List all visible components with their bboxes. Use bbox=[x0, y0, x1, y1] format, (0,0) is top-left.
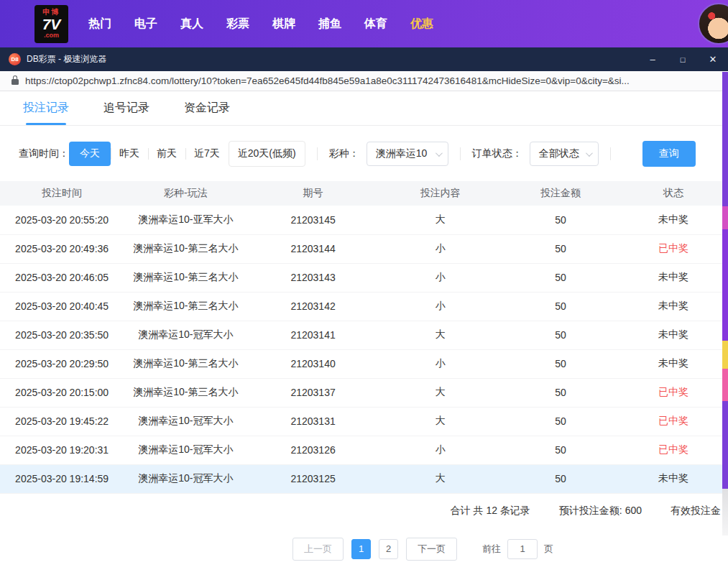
table-row[interactable]: 2025-03-20 20:49:36澳洲幸运10-第三名大小21203144小… bbox=[0, 234, 728, 263]
chevron-down-icon bbox=[586, 150, 593, 157]
tab-bet-records[interactable]: 投注记录 bbox=[23, 91, 69, 125]
table-cell: 澳洲幸运10-第三名大小 bbox=[124, 378, 247, 407]
divider bbox=[317, 147, 318, 160]
table-cell: 2025-03-20 20:35:50 bbox=[0, 321, 124, 349]
logo-top-text: 申博 bbox=[43, 9, 60, 17]
minimize-button[interactable]: – bbox=[637, 47, 668, 71]
browser-app-icon: D8 bbox=[9, 53, 21, 65]
page-numbers: 12 bbox=[351, 539, 398, 559]
nav-item[interactable]: 真人 bbox=[179, 12, 205, 36]
logo-bottom-text: .com bbox=[44, 32, 59, 39]
table-cell: 小 bbox=[379, 436, 502, 464]
table-row[interactable]: 2025-03-20 20:40:45澳洲幸运10-第三名大小21203142小… bbox=[0, 292, 728, 321]
table-cell: 21203141 bbox=[247, 321, 378, 349]
table-cell: 21203142 bbox=[247, 292, 378, 321]
table-row[interactable]: 2025-03-20 20:55:20澳洲幸运10-亚军大小21203145大5… bbox=[0, 206, 728, 234]
filter-row: 查询时间： 今天昨天前天近7天近20天(低频) 彩种： 澳洲幸运10 订单状态：… bbox=[0, 141, 728, 167]
status-cell: 已中奖 bbox=[619, 436, 728, 464]
nav-item[interactable]: 热门 bbox=[87, 12, 113, 36]
prev-page-button[interactable]: 上一页 bbox=[292, 538, 344, 561]
table-cell: 50 bbox=[502, 263, 619, 292]
table-cell: 50 bbox=[502, 464, 619, 493]
goto-label: 前往 bbox=[482, 543, 501, 556]
goto-unit-label: 页 bbox=[544, 543, 553, 556]
status-cell: 未中奖 bbox=[619, 263, 728, 292]
order-status-value: 全部状态 bbox=[539, 147, 579, 160]
table-cell: 澳洲幸运10-第三名大小 bbox=[124, 234, 247, 263]
table-cell: 21203126 bbox=[247, 436, 378, 464]
nav-item[interactable]: 棋牌 bbox=[271, 12, 297, 36]
table-cell: 大 bbox=[379, 464, 502, 493]
table-cell: 2025-03-20 19:14:59 bbox=[0, 464, 124, 493]
table-cell: 50 bbox=[502, 349, 619, 378]
table-row[interactable]: 2025-03-20 19:14:59澳洲幸运10-冠军大小21203125大5… bbox=[0, 464, 728, 493]
site-logo[interactable]: 申博 7V .com bbox=[34, 5, 68, 43]
nav-item[interactable]: 电子 bbox=[133, 12, 159, 36]
user-avatar[interactable] bbox=[698, 3, 728, 45]
column-header: 状态 bbox=[619, 181, 728, 206]
time-option[interactable]: 昨天 bbox=[111, 142, 148, 166]
close-button[interactable]: ✕ bbox=[698, 47, 728, 71]
url-text[interactable]: https://ctop02pchwp1.zfnc84.com/lottery/… bbox=[25, 75, 630, 86]
order-status-select[interactable]: 全部状态 bbox=[530, 142, 599, 166]
table-cell: 21203131 bbox=[247, 407, 378, 436]
search-button[interactable]: 查询 bbox=[642, 141, 696, 167]
table-row[interactable]: 2025-03-20 20:46:05澳洲幸运10-第三名大小21203143小… bbox=[0, 263, 728, 292]
next-page-button[interactable]: 下一页 bbox=[406, 538, 457, 561]
table-row[interactable]: 2025-03-20 19:45:22澳洲幸运10-冠军大小21203131大5… bbox=[0, 407, 728, 436]
goto-page-input[interactable] bbox=[507, 539, 538, 559]
bet-table-header-row: 投注时间彩种-玩法期号投注内容投注金额状态 bbox=[0, 181, 728, 206]
status-cell: 未中奖 bbox=[619, 349, 728, 378]
column-header: 彩种-玩法 bbox=[124, 181, 247, 206]
table-cell: 50 bbox=[502, 321, 619, 349]
table-cell: 澳洲幸运10-冠军大小 bbox=[124, 436, 247, 464]
table-cell: 21203143 bbox=[247, 263, 378, 292]
nav-item[interactable]: 捕鱼 bbox=[317, 12, 343, 36]
table-cell: 50 bbox=[502, 436, 619, 464]
table-cell: 大 bbox=[379, 407, 502, 436]
page-number[interactable]: 1 bbox=[351, 539, 371, 559]
table-cell: 澳洲幸运10-第三名大小 bbox=[124, 263, 247, 292]
table-cell: 2025-03-20 20:49:36 bbox=[0, 234, 124, 263]
time-option[interactable]: 近7天 bbox=[185, 142, 229, 166]
background-page-strip bbox=[722, 72, 728, 535]
divider bbox=[460, 147, 461, 160]
lock-icon bbox=[11, 79, 19, 85]
page-number[interactable]: 2 bbox=[379, 539, 398, 559]
page-content: 投注记录 追号记录 资金记录 查询时间： 今天昨天前天近7天近20天(低频) 彩… bbox=[0, 91, 728, 575]
summary-bar: 合计 共 12 条记录 预计投注金额: 600 有效投注金 bbox=[0, 505, 728, 518]
table-cell: 小 bbox=[379, 234, 502, 263]
status-cell: 已中奖 bbox=[619, 378, 728, 407]
total-records-text: 合计 共 12 条记录 bbox=[451, 505, 530, 518]
bet-table-body: 2025-03-20 20:55:20澳洲幸运10-亚军大小21203145大5… bbox=[0, 206, 728, 493]
table-cell: 小 bbox=[379, 263, 502, 292]
time-option[interactable]: 近20天(低频) bbox=[229, 141, 305, 167]
nav-item[interactable]: 体育 bbox=[363, 12, 389, 36]
table-row[interactable]: 2025-03-20 20:35:50澳洲幸运10-冠军大小21203141大5… bbox=[0, 321, 728, 349]
lottery-select[interactable]: 澳洲幸运10 bbox=[367, 142, 448, 166]
nav-item[interactable]: 彩票 bbox=[225, 12, 251, 36]
table-row[interactable]: 2025-03-20 20:15:00澳洲幸运10-第三名大小21203137大… bbox=[0, 378, 728, 407]
table-row[interactable]: 2025-03-20 20:29:50澳洲幸运10-第三名大小21203140小… bbox=[0, 349, 728, 378]
time-option[interactable]: 今天 bbox=[69, 142, 111, 166]
table-cell: 21203145 bbox=[247, 206, 378, 234]
column-header: 期号 bbox=[247, 181, 378, 206]
table-cell: 澳洲幸运10-第三名大小 bbox=[124, 292, 247, 321]
tab-chase-records[interactable]: 追号记录 bbox=[103, 91, 149, 125]
table-cell: 2025-03-20 19:45:22 bbox=[0, 407, 124, 436]
table-cell: 2025-03-20 20:46:05 bbox=[0, 263, 124, 292]
column-header: 投注金额 bbox=[502, 181, 619, 206]
tab-fund-records[interactable]: 资金记录 bbox=[184, 91, 230, 125]
table-cell: 21203137 bbox=[247, 378, 378, 407]
table-cell: 50 bbox=[502, 234, 619, 263]
maximize-button[interactable]: □ bbox=[668, 47, 698, 71]
table-cell: 澳洲幸运10-冠军大小 bbox=[124, 407, 247, 436]
time-option[interactable]: 前天 bbox=[148, 142, 185, 166]
table-cell: 大 bbox=[379, 206, 502, 234]
nav-item[interactable]: 优惠 bbox=[409, 12, 435, 36]
status-cell: 已中奖 bbox=[619, 407, 728, 436]
table-row[interactable]: 2025-03-20 19:20:31澳洲幸运10-冠军大小21203126小5… bbox=[0, 436, 728, 464]
table-cell: 2025-03-20 20:40:45 bbox=[0, 292, 124, 321]
lottery-filter-label: 彩种： bbox=[329, 147, 359, 160]
goto-page: 前往 页 bbox=[482, 539, 553, 559]
